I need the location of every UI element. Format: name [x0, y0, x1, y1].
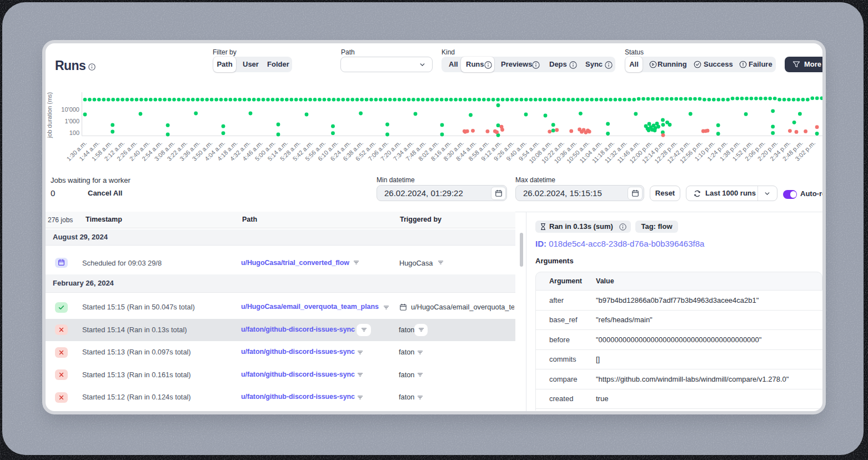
- svg-text:job duration (ms): job duration (ms): [46, 92, 53, 139]
- svg-text:100: 100: [69, 129, 79, 136]
- svg-text:1'000: 1'000: [64, 118, 79, 124]
- svg-text:10'000: 10'000: [61, 106, 79, 113]
